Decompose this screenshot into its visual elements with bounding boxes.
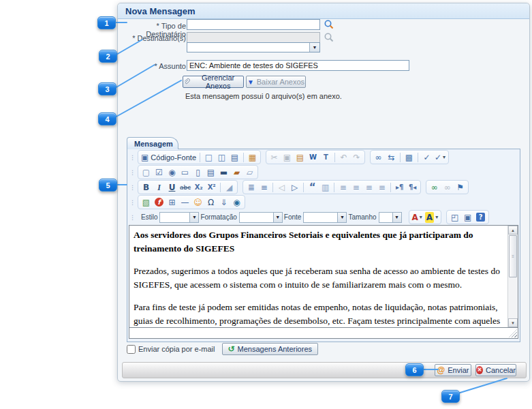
scroll-down-icon[interactable]: ▼ — [508, 318, 518, 327]
link-button[interactable]: ∞ — [428, 181, 441, 194]
find-button[interactable]: ∞ — [372, 151, 385, 164]
chevron-down-icon[interactable]: ▼ — [309, 43, 319, 52]
justify-button[interactable]: ≡ — [375, 181, 388, 194]
recipients-select[interactable]: ▼ — [187, 42, 320, 52]
format-select[interactable]: ▼ — [239, 212, 283, 223]
manage-attachments-button[interactable]: Gerenciar Anexos — [183, 76, 244, 88]
align-right-button[interactable]: ≡ — [362, 181, 375, 194]
resize-grip[interactable] — [509, 329, 517, 337]
recipient-type-input[interactable] — [187, 19, 320, 30]
paste-text-icon: T — [324, 152, 328, 163]
scrollbar-track[interactable] — [508, 278, 518, 318]
image-button-field-button[interactable]: ▰ — [230, 166, 243, 179]
about-button[interactable]: ? — [474, 211, 487, 224]
subscript-button[interactable]: X₂ — [192, 181, 205, 194]
image-button[interactable]: ▧ — [140, 196, 153, 209]
text-direction-ltr-button[interactable]: ▸¶ — [393, 181, 406, 194]
style-select[interactable]: ▼ — [159, 212, 199, 223]
preview-button[interactable]: ◫ — [215, 151, 228, 164]
select-all-button[interactable]: ▩ — [403, 151, 416, 164]
paste-button[interactable]: ▤ — [294, 151, 307, 164]
bold-button[interactable]: B — [140, 181, 153, 194]
toolbar-row: ⋮▧f⊞—☺Ω⇓◉ — [127, 195, 520, 209]
special-char-button[interactable]: Ω — [204, 196, 217, 209]
remove-format-button[interactable]: ◢ — [223, 181, 236, 194]
cancel-button[interactable]: ✕ Cancelar — [475, 364, 516, 376]
toolbar-group: ≣≡◁▷“▥≡≡≡≡▸¶¶◂ — [242, 180, 421, 194]
blockquote-button[interactable]: “ — [306, 181, 319, 194]
chevron-down-icon[interactable]: ▼ — [273, 213, 282, 222]
superscript-button[interactable]: X² — [205, 181, 218, 194]
select-field-button[interactable]: ▤ — [204, 166, 217, 179]
chevron-down-icon[interactable]: ▼ — [189, 213, 198, 222]
align-center-button[interactable]: ≡ — [349, 181, 362, 194]
hidden-field-button[interactable]: ▱ — [243, 166, 256, 179]
bold-icon: B — [143, 182, 149, 193]
toolbar-group: ✂▣▤WT↶↷ — [266, 150, 365, 164]
previous-messages-button[interactable]: ↺ Mensagens Anteriores — [222, 343, 319, 355]
anchor-button[interactable]: ⚑ — [454, 181, 467, 194]
table-button[interactable]: ⊞ — [166, 196, 178, 209]
recipients-input — [187, 32, 320, 43]
toolbar-separator — [390, 183, 391, 192]
flash-button[interactable]: f — [153, 196, 166, 209]
chevron-down-icon[interactable]: ▼ — [392, 213, 401, 222]
rich-text-editor: ⋮▣Código-Fonte□◫▤▦✂▣▤WT↶↷∞⇆▩✓✓▾⋮▢☑◉▭▯▤▬▰… — [127, 149, 520, 342]
bg-color-button[interactable]: A▾ — [424, 211, 439, 224]
scroll-up-icon[interactable]: ▲ — [508, 226, 518, 234]
maximize-button[interactable]: ◰ — [448, 211, 461, 224]
source-button[interactable]: ▣Código-Fonte — [140, 151, 198, 164]
preview-icon: ◫ — [218, 152, 225, 163]
editor-body[interactable]: Aos servidores dos Grupos Financeiros Se… — [129, 226, 507, 327]
scrollbar-thumb[interactable]: ≡ — [509, 235, 517, 277]
font-select[interactable]: ▼ — [303, 212, 347, 223]
textarea-field-button[interactable]: ▯ — [191, 166, 204, 179]
form-field-button[interactable]: ▢ — [140, 166, 153, 179]
text-direction-ltr-icon: ▸¶ — [396, 182, 403, 193]
strikethrough-button[interactable]: abc — [178, 181, 192, 194]
tab-mensagem[interactable]: Mensagem — [127, 137, 178, 149]
italic-button[interactable]: I — [153, 181, 166, 194]
toolbar-drag-handle-icon: ⋮ — [129, 154, 136, 161]
numbered-list-button[interactable]: ≣ — [245, 181, 257, 194]
bulleted-list-button[interactable]: ≡ — [257, 181, 270, 194]
chevron-down-icon[interactable]: ▼ — [337, 213, 346, 222]
size-select[interactable]: ▼ — [379, 212, 402, 223]
send-copy-checkbox[interactable] — [127, 345, 136, 354]
flash-icon: f — [155, 198, 163, 207]
align-left-button[interactable]: ≡ — [337, 181, 349, 194]
text-field-button[interactable]: ▭ — [178, 166, 191, 179]
paste-word-button[interactable]: W — [307, 151, 319, 164]
show-blocks-button[interactable]: ▣ — [461, 211, 474, 224]
callout-5: 5 — [99, 179, 117, 192]
paste-icon: ▤ — [296, 152, 304, 163]
templates-button[interactable]: ▦ — [246, 151, 259, 164]
iframe-button[interactable]: ◉ — [230, 196, 243, 209]
paste-text-button[interactable]: T — [319, 151, 332, 164]
image-button-field-icon: ▰ — [234, 167, 240, 178]
toolbar-separator — [334, 183, 334, 192]
smiley-button[interactable]: ☺ — [191, 196, 204, 209]
text-color-button[interactable]: A▾ — [411, 211, 424, 224]
recipient-type-clear-icon[interactable] — [339, 20, 350, 31]
editor-scrollbar[interactable]: ▲ ≡ ▼ — [507, 226, 518, 327]
replace-button[interactable]: ⇆ — [385, 151, 398, 164]
text-direction-rtl-button[interactable]: ¶◂ — [406, 181, 419, 194]
page-break-button[interactable]: ⇓ — [217, 196, 230, 209]
print-button[interactable]: ▤ — [228, 151, 241, 164]
button-field-button[interactable]: ▬ — [217, 166, 230, 179]
spellcheck-button[interactable]: ✓ — [420, 151, 433, 164]
create-div-button[interactable]: ▥ — [319, 181, 332, 194]
horizontal-rule-button[interactable]: — — [178, 196, 191, 209]
spellcheck-auto-button[interactable]: ✓▾ — [433, 151, 447, 164]
send-button[interactable]: @ Enviar — [435, 364, 471, 376]
radio-field-button[interactable]: ◉ — [166, 166, 178, 179]
justify-icon: ≡ — [379, 182, 386, 193]
recipient-type-search-icon[interactable] — [324, 19, 334, 30]
new-page-button[interactable]: □ — [202, 151, 215, 164]
underline-button[interactable]: U — [166, 181, 178, 194]
checkbox-field-button[interactable]: ☑ — [153, 166, 166, 179]
spellcheck-icon: ✓ — [423, 152, 430, 163]
subject-input[interactable] — [187, 60, 409, 71]
indent-button[interactable]: ▷ — [288, 181, 301, 194]
